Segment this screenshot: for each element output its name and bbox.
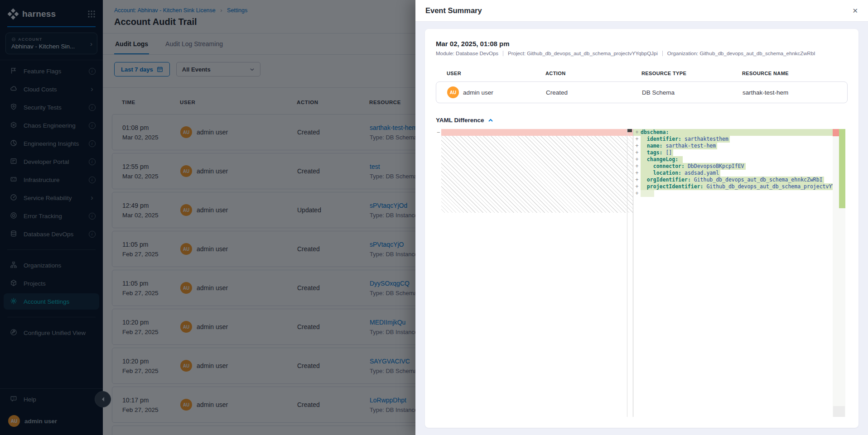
diff-pane-removed: − (436, 129, 633, 417)
diff-code-text: orgIdentifier: Github_db_devops_aut_db_s… (641, 177, 824, 183)
diff-added-line: + dbschema: (633, 129, 833, 136)
diff-left-ruler (627, 129, 627, 417)
close-icon[interactable]: ✕ (852, 7, 858, 14)
diff-added-line: + changeLog: (633, 156, 833, 163)
diff-added-line: + : (633, 190, 833, 197)
yaml-diff-viewer: − + dbschema: (436, 129, 848, 417)
diff-added-line: + connector: DbDevopsoBKpcpIfEV (633, 163, 833, 170)
event-meta-item: Module: Database DevOps (436, 51, 503, 56)
ruler-scroll-corner (833, 406, 845, 417)
diff-code-text: tags: [] (641, 149, 673, 156)
diff-added-line: + orgIdentifier: Github_db_devops_aut_db… (633, 177, 833, 183)
event-summary-panel: Event Summary ✕ Mar 02, 2025, 01:08 pm M… (415, 0, 868, 435)
diff-removed-line (441, 129, 633, 136)
event-meta-item: Organization: Github_db_devops_aut_db_sc… (662, 51, 820, 56)
summary-action-cell: Created (546, 89, 642, 96)
summary-user-cell: AU admin user (447, 86, 546, 98)
diff-left-scrollbar-thumb[interactable] (627, 129, 632, 132)
user-avatar: AU (447, 86, 459, 98)
summary-header-cell: ACTION (545, 71, 641, 76)
diff-empty-hatch (441, 136, 633, 213)
panel-header: Event Summary ✕ (415, 0, 868, 22)
summary-header-row: USERACTIONRESOURCE TYPERESOURCE NAME (436, 71, 848, 76)
event-timestamp: Mar 02, 2025, 01:08 pm (436, 40, 848, 48)
panel-body: Mar 02, 2025, 01:08 pm Module: Database … (415, 22, 868, 435)
summary-user-label: admin user (463, 89, 493, 96)
screen: harness ACCOUNT Abhinav - Kitchen Sin...… (0, 0, 868, 435)
diff-added-line: + tags: [] (633, 149, 833, 156)
diff-code-text: connector: DbDevopsoBKpcpIfEV (641, 163, 746, 170)
diff-added-marker: + (633, 136, 641, 143)
summary-header-cell: USER (447, 71, 545, 76)
diff-added-marker: + (633, 163, 641, 170)
diff-code-text: identifier: sarthaktesthem (641, 136, 730, 143)
summary-header-cell: RESOURCE TYPE (641, 71, 742, 76)
summary-resource-name-cell: sarthak-test-hem (743, 89, 847, 96)
ruler-added-mark (839, 129, 845, 208)
diff-pane-added: + dbschema: + identifier: sarthaktesthem… (633, 129, 833, 417)
event-meta: Module: Database DevOpsProject: Github_d… (436, 51, 848, 56)
diff-added-line: + identifier: sarthaktesthem (633, 136, 833, 143)
chevron-up-icon (488, 118, 493, 123)
diff-code-text: projectIdentifier: Github_db_devops_aut_… (641, 183, 833, 190)
diff-added-marker: + (633, 177, 641, 183)
diff-removed-marker: − (436, 129, 441, 136)
diff-added-line: + location: asdsad.yaml (633, 170, 833, 177)
event-card: Mar 02, 2025, 01:08 pm Module: Database … (425, 29, 858, 428)
diff-added-line: + name: sarthak-test-hem (633, 143, 833, 149)
summary-resource-type-cell: DB Schema (642, 89, 743, 96)
diff-added-marker: + (633, 149, 641, 156)
event-meta-item: Project: Github_db_devops_aut_db_schema_… (503, 51, 662, 56)
diff-code-text: location: asdsad.yaml (641, 170, 720, 177)
summary-header-cell: RESOURCE NAME (742, 71, 848, 76)
diff-added-marker: + (633, 170, 641, 177)
diff-added-marker: + (633, 129, 641, 136)
diff-added-marker: + (633, 183, 641, 190)
summary-row: AU admin user Created DB Schema sarthak-… (436, 81, 848, 103)
yaml-difference-label: YAML Difference (436, 117, 484, 124)
panel-title: Event Summary (425, 6, 482, 15)
diff-added-marker: + (633, 156, 641, 163)
diff-code-text: : (641, 190, 654, 197)
ruler-removed-mark (833, 129, 839, 136)
diff-code-text: dbschema: (641, 129, 673, 136)
diff-code-text: name: sarthak-test-hem (641, 143, 717, 149)
yaml-difference-toggle[interactable]: YAML Difference (436, 117, 848, 124)
diff-added-marker: + (633, 143, 641, 149)
diff-added-marker: + (633, 190, 641, 197)
diff-code-text: changeLog: (641, 156, 683, 163)
diff-added-line: + projectIdentifier: Github_db_devops_au… (633, 183, 833, 190)
diff-overview-ruler[interactable] (833, 129, 845, 417)
